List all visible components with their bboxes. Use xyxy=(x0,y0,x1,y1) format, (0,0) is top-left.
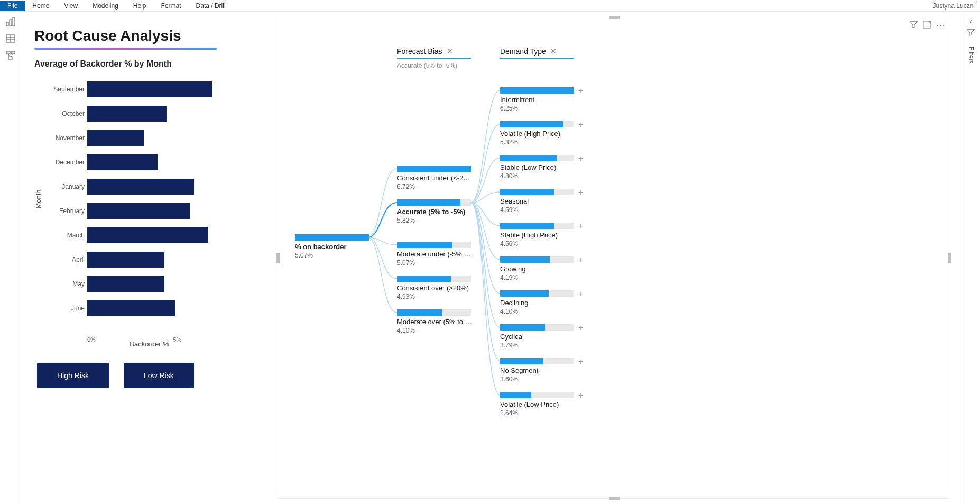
tree-level2-node[interactable]: No Segment 3.60% + xyxy=(500,358,574,383)
tree-level1-node[interactable]: Moderate over (5% to … 4.10% xyxy=(397,309,472,334)
tree-level1-node[interactable]: Consistent under (<-2… 6.72% xyxy=(397,166,471,190)
bar-label: February xyxy=(34,207,85,215)
menu-modeling[interactable]: Modeling xyxy=(85,1,126,11)
node-value: 5.32% xyxy=(500,139,574,146)
svg-rect-9 xyxy=(8,57,12,59)
tree-level2-node[interactable]: Cyclical 3.79% + xyxy=(500,324,574,349)
tree-level2-node[interactable]: Intermittent 6.25% + xyxy=(500,87,574,112)
root-value: 5.07% xyxy=(295,252,369,259)
tree-level1-node[interactable]: Consistent over (>20%) 4.93% xyxy=(397,276,471,300)
bar-row[interactable]: January xyxy=(87,175,259,199)
model-icon[interactable] xyxy=(6,51,15,60)
node-label: Volatile (High Price) xyxy=(500,130,574,138)
bar-row[interactable]: April xyxy=(87,248,259,272)
col-forecast-bias-title: Forecast Bias xyxy=(397,47,442,56)
canvas: Root Cause Analysis Average of Backorder… xyxy=(21,12,961,504)
menu-view[interactable]: View xyxy=(57,1,85,11)
node-value: 2.64% xyxy=(500,409,574,417)
bar-row[interactable]: October xyxy=(87,102,259,126)
menu-format[interactable]: Format xyxy=(154,1,189,11)
node-value: 4.59% xyxy=(500,206,574,214)
plus-icon[interactable]: + xyxy=(577,154,585,161)
plus-icon[interactable]: + xyxy=(577,357,585,364)
bar-label: October xyxy=(34,110,85,117)
svg-rect-2 xyxy=(13,17,15,26)
node-value: 5.82% xyxy=(397,217,471,224)
plus-icon[interactable]: + xyxy=(577,86,585,94)
node-label: Cyclical xyxy=(500,333,574,341)
bar-row[interactable]: June xyxy=(87,296,259,320)
user-label: Justyna Luczni xyxy=(933,2,980,10)
svg-rect-8 xyxy=(11,51,15,54)
node-value: 3.79% xyxy=(500,342,574,349)
low-risk-button[interactable]: Low Risk xyxy=(124,363,194,388)
node-label: No Segment xyxy=(500,366,574,374)
menu-file[interactable]: File xyxy=(0,1,25,11)
filter-icon[interactable] xyxy=(910,21,918,30)
node-label: Accurate (5% to -5%) xyxy=(397,208,471,216)
tree-root-node[interactable]: % on backorder 5.07% xyxy=(295,234,369,259)
plus-icon[interactable]: + xyxy=(577,222,585,229)
menu-home[interactable]: Home xyxy=(25,1,57,11)
resize-handle-left[interactable] xyxy=(276,253,280,263)
plus-icon[interactable]: + xyxy=(577,120,585,127)
svg-rect-1 xyxy=(10,20,12,26)
plus-icon[interactable]: + xyxy=(577,289,585,297)
tree-level2-node[interactable]: Stable (Low Price) 4.80% + xyxy=(500,155,574,180)
plus-icon[interactable]: + xyxy=(577,323,585,331)
node-value: 6.25% xyxy=(500,105,574,112)
bar-row[interactable]: February xyxy=(87,199,259,223)
filters-funnel-icon[interactable] xyxy=(967,29,975,38)
bar-row[interactable]: March xyxy=(87,223,259,248)
menubar: File Home View Modeling Help Format Data… xyxy=(0,0,980,12)
tree-level2-node[interactable]: Volatile (High Price) 5.32% + xyxy=(500,121,574,146)
tree-level2-node[interactable]: Volatile (Low Price) 2.64% + xyxy=(500,392,574,417)
plus-icon[interactable]: + xyxy=(577,188,585,195)
node-label: Stable (Low Price) xyxy=(500,163,574,171)
chevron-left-icon[interactable]: ‹ xyxy=(969,17,972,25)
tree-level2-node[interactable]: Growing 4.19% + xyxy=(500,256,574,281)
risk-bookmarks: High Risk Low Risk xyxy=(37,363,264,388)
tree-level2-node[interactable]: Seasonal 4.59% + xyxy=(500,189,574,214)
resize-handle-bottom[interactable] xyxy=(609,497,620,500)
tree-level1-node[interactable]: Moderate under (-5% … 5.07% xyxy=(397,242,471,267)
node-value: 4.80% xyxy=(500,172,574,180)
tree-level2-node[interactable]: Stable (High Price) 4.56% + xyxy=(500,223,574,248)
svg-rect-12 xyxy=(923,21,930,28)
menu-data-drill[interactable]: Data / Drill xyxy=(189,1,233,11)
decomposition-tree-visual[interactable]: ··· Forecast Bias✕ Accurate (5% to -5%) … xyxy=(278,17,950,499)
visual-toolbar: ··· xyxy=(910,21,946,30)
bar-label: November xyxy=(34,134,85,142)
table-icon[interactable] xyxy=(6,34,15,43)
close-icon[interactable]: ✕ xyxy=(550,47,557,56)
filters-pane[interactable]: ‹ Filters xyxy=(961,12,980,504)
chart-subtitle: Average of Backorder % by Month xyxy=(34,59,264,69)
resize-handle-right[interactable] xyxy=(948,253,951,263)
plus-icon[interactable]: + xyxy=(577,391,585,398)
bar-label: April xyxy=(34,256,85,263)
plus-icon[interactable]: + xyxy=(577,255,585,263)
x-axis-title: Backorder % xyxy=(34,340,264,348)
bar-row[interactable]: May xyxy=(87,272,259,296)
barchart-icon[interactable] xyxy=(6,17,15,26)
bar-row[interactable]: September xyxy=(87,77,259,102)
svg-rect-7 xyxy=(6,51,10,54)
node-value: 4.19% xyxy=(500,274,574,281)
menu-help[interactable]: Help xyxy=(126,1,154,11)
node-value: 6.72% xyxy=(397,183,471,190)
tree-level1-node[interactable]: Accurate (5% to -5%) 5.82% xyxy=(397,199,471,224)
high-risk-button[interactable]: High Risk xyxy=(37,363,109,388)
page-title: Root Cause Analysis xyxy=(34,28,264,44)
bar-row[interactable]: November xyxy=(87,126,259,150)
close-icon[interactable]: ✕ xyxy=(447,47,453,56)
more-icon[interactable]: ··· xyxy=(936,21,946,30)
focus-icon[interactable] xyxy=(923,21,931,30)
tree-level2-node[interactable]: Declining 4.10% + xyxy=(500,290,574,315)
bar-row[interactable]: December xyxy=(87,150,259,175)
filters-label: Filters xyxy=(967,47,975,64)
resize-handle-top[interactable] xyxy=(609,16,620,19)
node-label: Consistent under (<-2… xyxy=(397,174,471,182)
node-label: Moderate over (5% to … xyxy=(397,318,472,326)
node-label: Growing xyxy=(500,265,574,273)
node-value: 3.60% xyxy=(500,375,574,383)
